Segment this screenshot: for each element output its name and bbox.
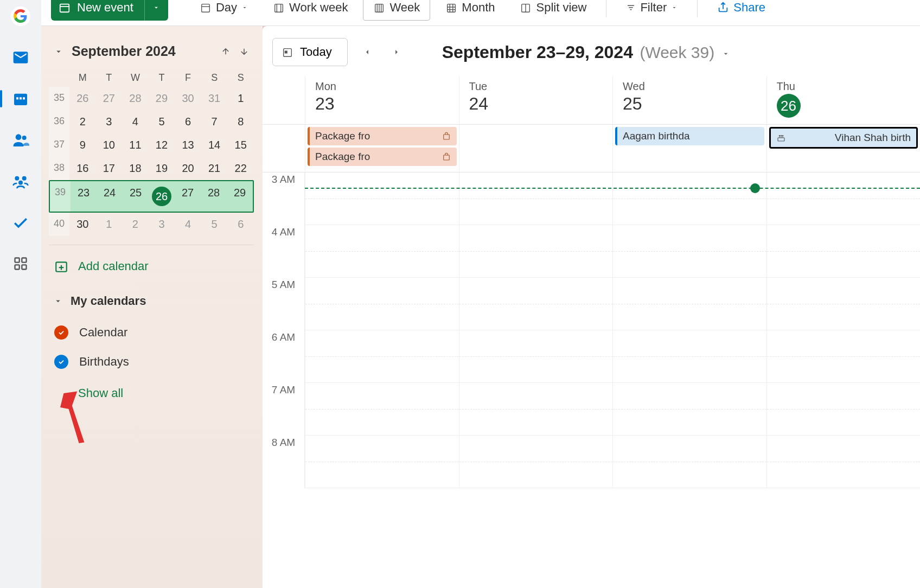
mini-cal-day[interactable]: 15 <box>227 133 254 157</box>
allday-event[interactable]: Package fro <box>308 148 457 166</box>
mini-cal-day[interactable]: 1 <box>227 87 254 110</box>
mini-cal-day[interactable]: 19 <box>149 157 175 180</box>
time-cell[interactable] <box>305 330 459 383</box>
mini-cal-day[interactable]: 9 <box>69 133 96 157</box>
time-cell[interactable] <box>459 383 613 436</box>
prev-month-icon[interactable] <box>220 46 231 57</box>
time-cell[interactable] <box>612 383 766 436</box>
time-cell[interactable] <box>459 330 613 383</box>
mini-cal-week-num[interactable]: 35 <box>49 87 69 110</box>
time-cell[interactable] <box>766 278 921 330</box>
mini-cal-day[interactable]: 6 <box>175 110 201 133</box>
todo-icon[interactable] <box>8 209 34 235</box>
mini-cal-day[interactable]: 28 <box>122 87 149 110</box>
allday-cell[interactable]: Aagam birthda <box>612 125 766 172</box>
mini-cal-day[interactable]: 3 <box>149 213 175 236</box>
mini-cal-day[interactable]: 26 <box>69 87 96 110</box>
time-cell[interactable] <box>612 172 766 225</box>
mini-cal-day[interactable]: 30 <box>69 213 96 236</box>
time-cell[interactable] <box>766 330 921 383</box>
mini-cal-week-num[interactable]: 39 <box>50 181 71 212</box>
mini-cal-day[interactable]: 3 <box>96 110 123 133</box>
allday-event[interactable]: Aagam birthda <box>615 127 764 145</box>
mini-cal-day[interactable]: 17 <box>96 157 123 180</box>
share-button[interactable]: Share <box>707 0 775 21</box>
mini-cal-week-num[interactable]: 37 <box>49 133 69 157</box>
mini-cal-day[interactable]: 16 <box>69 157 96 180</box>
mini-cal-day[interactable]: 11 <box>122 133 149 157</box>
view-split-button[interactable]: Split view <box>510 0 596 21</box>
mini-cal-day[interactable]: 30 <box>175 87 201 110</box>
time-cell[interactable] <box>459 278 613 330</box>
prev-week-button[interactable] <box>357 42 377 62</box>
people-icon[interactable] <box>8 127 34 153</box>
time-cell[interactable] <box>612 225 766 278</box>
mini-cal-day[interactable]: 23 <box>71 181 97 212</box>
allday-cell[interactable]: Package froPackage fro <box>305 125 459 172</box>
time-cell[interactable] <box>766 383 921 436</box>
google-launcher-icon[interactable] <box>8 3 34 29</box>
day-column-header[interactable]: Tue 24 <box>459 76 613 124</box>
mini-cal-day[interactable]: 8 <box>227 110 254 133</box>
mini-cal-day[interactable]: 5 <box>201 213 228 236</box>
mini-cal-day[interactable]: 18 <box>122 157 149 180</box>
mini-cal-day[interactable]: 21 <box>201 157 228 180</box>
mini-cal-day[interactable]: 2 <box>122 213 149 236</box>
mini-cal-day[interactable]: 4 <box>175 213 201 236</box>
calendar-checkbox[interactable] <box>54 325 68 340</box>
mini-cal-day[interactable]: 24 <box>97 181 123 212</box>
time-cell[interactable] <box>305 172 459 225</box>
mini-cal-day[interactable]: 6 <box>227 213 254 236</box>
calendar-icon[interactable] <box>8 86 34 112</box>
next-month-icon[interactable] <box>239 46 250 57</box>
show-all-link[interactable]: Show all <box>49 376 254 406</box>
time-grid[interactable]: 3 AM 4 AM 5 AM 6 AM 7 AM 8 AM <box>263 172 920 588</box>
mini-cal-day[interactable]: 28 <box>201 181 227 212</box>
mini-cal-day[interactable]: 25 <box>123 181 149 212</box>
mini-cal-day[interactable]: 2 <box>69 110 96 133</box>
calendar-list-item[interactable]: Calendar <box>49 318 254 347</box>
mini-cal-day[interactable]: 13 <box>175 133 201 157</box>
time-cell[interactable] <box>459 436 613 488</box>
mini-cal-day[interactable]: 12 <box>149 133 175 157</box>
allday-event[interactable]: Vihan Shah birth <box>769 127 918 149</box>
day-column-header[interactable]: Thu 26 <box>766 76 921 124</box>
day-column-header[interactable]: Mon 23 <box>305 76 459 124</box>
mini-cal-day[interactable]: 14 <box>201 133 228 157</box>
week-range-title[interactable]: September 23–29, 2024 (Week 39) <box>442 42 730 62</box>
time-cell[interactable] <box>766 436 921 488</box>
mail-icon[interactable] <box>8 44 34 71</box>
allday-event[interactable]: Package fro <box>308 127 457 145</box>
mini-cal-day[interactable]: 7 <box>201 110 228 133</box>
view-month-button[interactable]: Month <box>436 0 504 21</box>
new-event-dropdown[interactable] <box>144 0 168 21</box>
mini-cal-week-num[interactable]: 38 <box>49 157 69 180</box>
mini-cal-day[interactable]: 5 <box>149 110 175 133</box>
mini-cal-day[interactable]: 29 <box>227 181 253 212</box>
time-cell[interactable] <box>459 172 613 225</box>
mini-cal-day[interactable]: 22 <box>227 157 254 180</box>
mini-cal-day[interactable]: 20 <box>175 157 201 180</box>
time-cell[interactable] <box>459 225 613 278</box>
mini-cal-day[interactable]: 27 <box>175 181 201 212</box>
day-column-header[interactable]: Wed 25 <box>612 76 766 124</box>
time-cell[interactable] <box>305 436 459 488</box>
view-workweek-button[interactable]: Work week <box>263 0 357 21</box>
new-event-button[interactable]: New event <box>51 1 144 15</box>
time-cell[interactable] <box>612 436 766 488</box>
time-cell[interactable] <box>305 383 459 436</box>
my-calendars-toggle[interactable]: My calendars <box>49 284 254 318</box>
mini-cal-title[interactable]: September 2024 <box>72 43 213 59</box>
view-week-button[interactable]: Week <box>363 0 430 21</box>
mini-cal-day[interactable]: 1 <box>96 213 123 236</box>
mini-cal-day[interactable]: 10 <box>96 133 123 157</box>
mini-cal-day[interactable]: 26 <box>149 181 175 212</box>
time-cell[interactable] <box>305 225 459 278</box>
view-day-button[interactable]: Day <box>190 0 258 21</box>
time-cell[interactable] <box>612 330 766 383</box>
time-cell[interactable] <box>766 225 921 278</box>
calendar-list-item[interactable]: Birthdays <box>49 347 254 376</box>
mini-cal-day[interactable]: 29 <box>149 87 175 110</box>
groups-icon[interactable] <box>8 168 34 194</box>
apps-icon[interactable] <box>8 251 34 277</box>
